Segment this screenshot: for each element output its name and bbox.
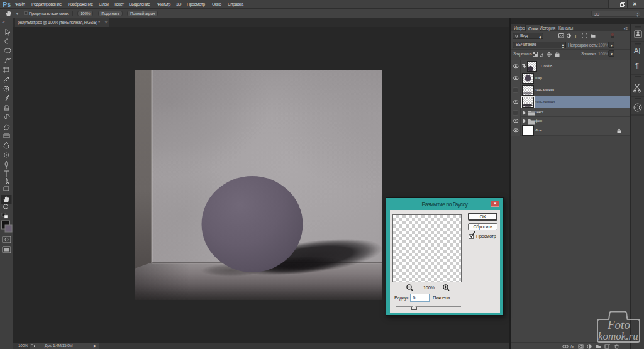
svg-text:Foto: Foto <box>607 318 630 331</box>
svg-text:komok.ru: komok.ru <box>598 330 638 342</box>
svg-text:T: T <box>574 33 577 38</box>
svg-text:A|: A| <box>634 47 640 54</box>
svg-text:¶: ¶ <box>635 62 639 69</box>
svg-text:fx: fx <box>570 345 574 349</box>
